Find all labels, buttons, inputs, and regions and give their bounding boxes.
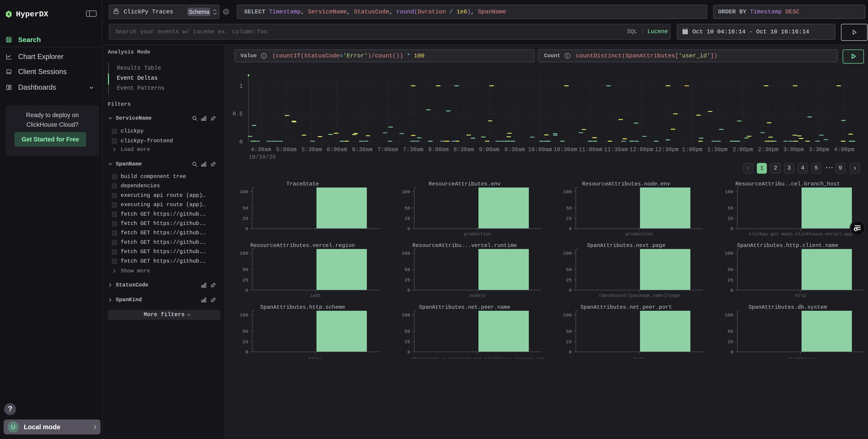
svg-text:0: 0 (569, 226, 572, 232)
svg-text:8443: 8443 (633, 357, 645, 359)
svg-text:TraceState: TraceState (286, 181, 319, 187)
svg-text:50: 50 (566, 329, 572, 334)
svg-text:10:00am: 10:00am (528, 146, 552, 153)
svg-text:0: 0 (245, 288, 248, 293)
svg-text:2:00pm: 2:00pm (733, 146, 753, 153)
svg-text:1:00pm: 1:00pm (682, 146, 702, 153)
svg-text:7:00am: 7:00am (377, 146, 398, 153)
svg-text:ResourceAttributes.node.env: ResourceAttributes.node.env (582, 181, 671, 187)
svg-text:0: 0 (245, 350, 248, 355)
svg-text:0: 0 (239, 139, 243, 145)
svg-text:SpanAttributes.http.scheme: SpanAttributes.http.scheme (260, 304, 345, 310)
svg-text:8:00am: 8:00am (428, 146, 449, 153)
svg-text:0: 0 (569, 350, 572, 355)
svg-text:clickpy-git-main-clickhouse.ve: clickpy-git-main-clickhouse.vercel.app (749, 232, 852, 237)
svg-text:4:30am: 4:30am (251, 146, 271, 153)
svg-text:nodejs: nodejs (469, 293, 486, 298)
svg-text:100: 100 (240, 313, 248, 318)
svg-text:25: 25 (727, 216, 733, 221)
svg-text:50: 50 (243, 267, 248, 272)
svg-text:9:00am: 9:00am (479, 146, 499, 153)
svg-text:3:00pm: 3:00pm (783, 146, 804, 153)
svg-text:8:30am: 8:30am (454, 146, 474, 153)
svg-text:100: 100 (563, 189, 572, 195)
svg-text:7:30am: 7:30am (403, 146, 423, 153)
svg-text:25: 25 (566, 277, 572, 283)
svg-text:ResourceAttributes.vercel.regi: ResourceAttributes.vercel.region (250, 242, 355, 248)
svg-text:25: 25 (404, 277, 410, 283)
svg-text:100: 100 (563, 313, 572, 318)
svg-text:http: http (795, 293, 806, 298)
svg-text:100: 100 (402, 313, 410, 318)
svg-text:100: 100 (724, 313, 733, 318)
svg-text:100: 100 (724, 251, 733, 256)
svg-text:production: production (464, 232, 491, 237)
svg-text:SpanAttributes.net.peer.port: SpanAttributes.net.peer.port (580, 304, 672, 310)
svg-text:1: 1 (239, 83, 243, 89)
svg-text:z5prz9ggc4.us-central1.gcp.cli: z5prz9ggc4.us-central1.gcp.clickhouse-st… (411, 357, 544, 359)
svg-text:50: 50 (566, 206, 572, 211)
svg-text:50: 50 (404, 206, 410, 211)
svg-text:6:00am: 6:00am (327, 146, 347, 153)
svg-text:25: 25 (566, 339, 572, 345)
svg-text:25: 25 (404, 339, 410, 345)
svg-text:12:00pm: 12:00pm (629, 146, 653, 153)
svg-text:50: 50 (404, 329, 410, 334)
svg-text:0: 0 (245, 226, 248, 232)
svg-text:100: 100 (724, 189, 733, 195)
svg-text:100: 100 (240, 189, 248, 195)
svg-text:100: 100 (402, 251, 410, 256)
svg-text:SpanAttributes.db.system: SpanAttributes.db.system (748, 304, 827, 310)
svg-text:50: 50 (404, 267, 410, 272)
svg-text:12:30pm: 12:30pm (655, 146, 679, 153)
svg-text:10/10/25: 10/10/25 (249, 154, 276, 160)
svg-text:50: 50 (566, 267, 572, 272)
svg-text:11:00am: 11:00am (579, 146, 602, 153)
svg-text:ResourceAttribu...vercel.runti: ResourceAttribu...vercel.runtime (412, 242, 517, 248)
svg-text:10:30am: 10:30am (553, 146, 577, 153)
svg-text:1:30pm: 1:30pm (707, 146, 727, 153)
svg-text:25: 25 (566, 216, 572, 221)
svg-text:4:00pm: 4:00pm (834, 146, 855, 153)
svg-text:100: 100 (240, 251, 248, 256)
svg-text:0: 0 (730, 288, 733, 293)
svg-text:25: 25 (243, 339, 248, 345)
svg-text:0: 0 (569, 288, 572, 293)
svg-text:25: 25 (727, 277, 733, 283)
svg-text:50: 50 (727, 267, 733, 272)
svg-text:100: 100 (402, 189, 410, 195)
svg-text:0: 0 (730, 350, 733, 355)
svg-text:production: production (625, 232, 653, 237)
svg-text:ResourceAttribu..cel.branch_ho: ResourceAttribu..cel.branch_host (736, 181, 840, 187)
svg-text:25: 25 (727, 339, 733, 345)
svg-text:5:30am: 5:30am (302, 146, 322, 153)
svg-text:0.5: 0.5 (232, 111, 243, 117)
svg-text:11:30am: 11:30am (604, 146, 628, 153)
svg-text:/dashboard/[package_name]/page: /dashboard/[package_name]/page (598, 293, 680, 298)
svg-text:9:30am: 9:30am (504, 146, 525, 153)
svg-text:25: 25 (243, 216, 248, 221)
svg-text:clickhouse: clickhouse (787, 357, 814, 359)
svg-text:iad1: iad1 (310, 293, 321, 298)
svg-text:25: 25 (404, 216, 410, 221)
svg-text:ResourceAttributes.env: ResourceAttributes.env (429, 181, 501, 187)
svg-text:SpanAttributes.next.page: SpanAttributes.next.page (587, 242, 665, 248)
svg-text:50: 50 (243, 329, 248, 334)
svg-text:6:30am: 6:30am (352, 146, 373, 153)
svg-text:0: 0 (407, 288, 410, 293)
svg-text:SpanAttributes.http.client.nam: SpanAttributes.http.client.name (737, 242, 838, 248)
svg-text:SpanAttributes.net.peer.name: SpanAttributes.net.peer.name (419, 304, 510, 310)
svg-text:3:30pm: 3:30pm (809, 146, 829, 153)
svg-text:50: 50 (727, 329, 733, 334)
svg-text:0: 0 (407, 350, 410, 355)
svg-text:25: 25 (243, 277, 248, 283)
svg-text:100: 100 (563, 251, 572, 256)
svg-text:https: https (309, 357, 322, 359)
svg-text:50: 50 (727, 206, 733, 211)
svg-text:2:30pm: 2:30pm (758, 146, 778, 153)
svg-text:5:00am: 5:00am (276, 146, 297, 153)
svg-text:0: 0 (730, 226, 733, 232)
svg-text:50: 50 (243, 206, 248, 211)
svg-text:0: 0 (407, 226, 410, 232)
